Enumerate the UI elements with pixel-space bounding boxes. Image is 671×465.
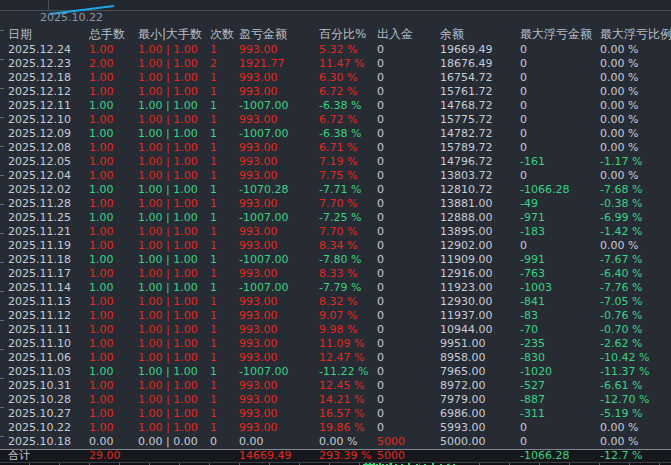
table-row[interactable]: 2025.12.091.001.00 | 1.001-1007.00-6.38 … [0, 127, 671, 141]
cell-times: 1 [210, 85, 239, 99]
cell-maxfloatpct: 0.00 % [600, 57, 671, 71]
header-maxfloat[interactable]: 最大浮亏金额 [520, 26, 600, 43]
table-row[interactable]: 2025.11.111.001.00 | 1.001993.009.98 %01… [0, 323, 671, 337]
cell-inout: 0 [377, 57, 440, 71]
table-row[interactable]: 2025.12.021.001.00 | 1.001-1070.28-7.71 … [0, 183, 671, 197]
header-date[interactable]: 日期 [8, 26, 89, 43]
table-row[interactable]: 2025.11.181.001.00 | 1.001-1007.00-7.80 … [0, 253, 671, 267]
table-row[interactable]: 2025.12.241.001.00 | 1.001993.005.32 %01… [0, 43, 671, 57]
table-row[interactable]: 2025.10.180.000.00 | 0.0000.000.00 %5000… [0, 435, 671, 449]
header-times[interactable]: 次数 [210, 26, 239, 43]
cell-maxfloatpct: 0.00 % [600, 141, 671, 155]
header-minmax[interactable]: 最小|大手数 [138, 26, 210, 43]
header-maxfloatpct[interactable]: 最大浮亏比例 [600, 26, 671, 43]
cell-lots: 1.00 [89, 225, 138, 239]
cell-inout: 0 [377, 127, 440, 141]
table-row[interactable]: 2025.10.281.001.00 | 1.001993.0014.21 %0… [0, 393, 671, 407]
upper-chart-y-axis [48, 0, 49, 10]
summary-row[interactable]: 合计 29.00 14669.49 293.39 % 5000 -1066.28… [0, 449, 671, 462]
cell-balance: 15775.72 [440, 113, 520, 127]
header-balance[interactable]: 余额 [440, 26, 520, 43]
cell-pct: -6.38 % [319, 127, 377, 141]
cell-times: 1 [210, 197, 239, 211]
cell-times: 1 [210, 113, 239, 127]
cell-times: 1 [210, 295, 239, 309]
cell-date: 2025.12.24 [8, 43, 89, 57]
table-row[interactable]: 2025.11.211.001.00 | 1.001993.007.70 %01… [0, 225, 671, 239]
cell-pl: -1007.00 [239, 127, 319, 141]
cell-pct: 7.70 % [319, 197, 377, 211]
cell-minmax: 1.00 | 1.00 [138, 141, 210, 155]
table-row[interactable]: 2025.10.311.001.00 | 1.001993.0012.45 %0… [0, 379, 671, 393]
cell-date: 2025.11.14 [8, 281, 89, 295]
table-row[interactable]: 2025.12.051.001.00 | 1.001993.007.19 %01… [0, 155, 671, 169]
cell-pct: 19.86 % [319, 421, 377, 435]
cell-maxfloat: -83 [520, 309, 600, 323]
cell-pct: -7.25 % [319, 211, 377, 225]
cell-date: 2025.11.11 [8, 323, 89, 337]
cell-date: 2025.12.18 [8, 71, 89, 85]
cell-times: 1 [210, 141, 239, 155]
cell-balance: 8958.00 [440, 351, 520, 365]
cell-maxfloat: -70 [520, 323, 600, 337]
table-row[interactable]: 2025.11.131.001.00 | 1.001993.008.32 %01… [0, 295, 671, 309]
cell-date: 2025.10.28 [8, 393, 89, 407]
table-row[interactable]: 2025.12.121.001.00 | 1.001993.006.72 %01… [0, 85, 671, 99]
table-body: 2025.12.241.001.00 | 1.001993.005.32 %01… [0, 43, 671, 449]
cell-minmax: 1.00 | 1.00 [138, 421, 210, 435]
table-row[interactable]: 2025.11.031.001.00 | 1.001-1007.00-11.22… [0, 365, 671, 379]
cell-maxfloatpct: -2.62 % [600, 337, 671, 351]
cell-pct: -7.80 % [319, 253, 377, 267]
cell-pl: 993.00 [239, 379, 319, 393]
cell-pl: -1070.28 [239, 183, 319, 197]
cell-balance: 14796.72 [440, 155, 520, 169]
daily-report-table: 日期总手数最小|大手数次数盈亏金额百分比%出入金余额最大浮亏金额最大浮亏比例 2… [0, 26, 671, 462]
table-row[interactable]: 2025.12.232.001.00 | 1.0021921.7711.47 %… [0, 57, 671, 71]
table-row[interactable]: 2025.11.061.001.00 | 1.001993.0012.47 %0… [0, 351, 671, 365]
cell-times: 1 [210, 127, 239, 141]
cell-minmax: 1.00 | 1.00 [138, 127, 210, 141]
table-row[interactable]: 2025.11.191.001.00 | 1.001993.008.34 %01… [0, 239, 671, 253]
cell-date: 2025.12.08 [8, 141, 89, 155]
cell-inout: 0 [377, 99, 440, 113]
table-row[interactable]: 2025.12.101.001.00 | 1.001993.006.72 %01… [0, 113, 671, 127]
table-row[interactable]: 2025.12.041.001.00 | 1.001993.007.75 %01… [0, 169, 671, 183]
cell-date: 2025.11.21 [8, 225, 89, 239]
cell-balance: 8972.00 [440, 379, 520, 393]
header-pct[interactable]: 百分比% [319, 26, 377, 43]
cell-inout: 0 [377, 197, 440, 211]
header-inout[interactable]: 出入金 [377, 26, 440, 43]
table-row[interactable]: 2025.11.171.001.00 | 1.001993.008.33 %01… [0, 267, 671, 281]
cell-times: 1 [210, 99, 239, 113]
cell-maxfloat: -763 [520, 267, 600, 281]
cell-times: 1 [210, 351, 239, 365]
table-row[interactable]: 2025.10.221.001.00 | 1.001993.0019.86 %0… [0, 421, 671, 435]
header-pl[interactable]: 盈亏金额 [239, 26, 319, 43]
cell-pl: 1921.77 [239, 57, 319, 71]
table-row[interactable]: 2025.11.281.001.00 | 1.001993.007.70 %01… [0, 197, 671, 211]
cell-date: 2025.10.22 [8, 421, 89, 435]
cell-pl: -1007.00 [239, 365, 319, 379]
table-row[interactable]: 2025.12.081.001.00 | 1.001993.006.71 %01… [0, 141, 671, 155]
cell-minmax: 1.00 | 1.00 [138, 351, 210, 365]
cell-lots: 1.00 [89, 43, 138, 57]
cell-lots: 1.00 [89, 393, 138, 407]
cell-times: 1 [210, 309, 239, 323]
cell-maxfloat: -527 [520, 379, 600, 393]
table-row[interactable]: 2025.11.141.001.00 | 1.001-1007.00-7.79 … [0, 281, 671, 295]
table-row[interactable]: 2025.11.251.001.00 | 1.001-1007.00-7.25 … [0, 211, 671, 225]
header-lots[interactable]: 总手数 [89, 26, 138, 43]
table-row[interactable]: 2025.12.181.001.00 | 1.001993.006.30 %01… [0, 71, 671, 85]
cell-balance: 15761.72 [440, 85, 520, 99]
table-row[interactable]: 2025.10.271.001.00 | 1.001993.0016.57 %0… [0, 407, 671, 421]
cell-lots: 1.00 [89, 379, 138, 393]
cell-pl: 993.00 [239, 337, 319, 351]
cell-pl: 993.00 [239, 85, 319, 99]
cell-minmax: 1.00 | 1.00 [138, 197, 210, 211]
cell-maxfloatpct: 0.00 % [600, 239, 671, 253]
cell-pct: -6.38 % [319, 99, 377, 113]
table-row[interactable]: 2025.12.111.001.00 | 1.001-1007.00-6.38 … [0, 99, 671, 113]
table-row[interactable]: 2025.11.101.001.00 | 1.001993.0011.09 %0… [0, 337, 671, 351]
cell-minmax: 1.00 | 1.00 [138, 57, 210, 71]
table-row[interactable]: 2025.11.121.001.00 | 1.001993.009.07 %01… [0, 309, 671, 323]
